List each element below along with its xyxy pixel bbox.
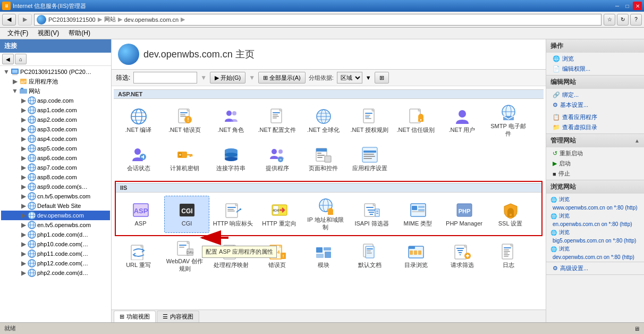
right-action-start[interactable]: ▶ 启动 [546,158,644,169]
start-button[interactable]: ▶ 开始(G) [210,72,245,84]
tree-item-asp8-code-com[interactable]: ▶asp8.code.com [1,172,110,182]
tree-item-en-tv5-openwbs-com[interactable]: ▶en.tv5.openwbs.com [1,220,110,230]
icon-cgi[interactable]: CGI CGI [164,196,209,233]
right-link-view-app[interactable]: 📋 查看应用程序 [546,112,644,122]
icon-net-auth[interactable]: .NET 授权规则 [347,102,392,139]
forward-button[interactable]: ▶ [18,14,32,26]
tree-item-asp2-code-com[interactable]: ▶asp2.code.com [1,115,110,124]
close-button[interactable]: ✕ [633,2,642,10]
right-link-edit-perm[interactable]: 📄 编辑权限... [546,64,644,74]
icon-net-user[interactable]: .NET 用户 [439,102,485,139]
icon-conn-str[interactable]: 连接字符串 [208,140,253,178]
icon-webdav[interactable]: DAV WebDAV 创作规则 [162,237,207,274]
icon-label: MIME 类型 [404,220,433,227]
icon-providers[interactable]: + 提供程序 [255,140,300,178]
icon-default-doc[interactable]: 默认文档 [347,237,392,274]
right-link-basic-settings[interactable]: ⚙ 基本设置... [546,100,644,110]
icon-mime[interactable]: MIME 类型 [395,196,440,233]
tree-item-cn-tv5-openwbs-com[interactable]: ▶cn.tv5.openwbs.com [1,191,110,201]
minimize-button[interactable]: ─ [613,2,622,10]
right-link-bind[interactable]: 🔗 绑定... [546,90,644,100]
tree-item-php12-code-com(…[interactable]: ▶php12.code.com(… [1,258,110,268]
svg-rect-82 [273,116,279,117]
tree-item-asp7-code-com[interactable]: ▶asp7.code.com [1,163,110,172]
group-select[interactable]: 区域 [337,72,362,84]
sidebar-home-button[interactable]: ⌂ [15,54,27,64]
tree-item-asp9-code-com(s…[interactable]: ▶asp9.code.com(s… [1,182,110,191]
right-action-restart[interactable]: ↺ 重新启动 [546,148,644,158]
icon-http-redirect[interactable]: 404 HTTP 重定向 [257,196,302,233]
right-link-advanced[interactable]: ⚙ 高级设置... [546,263,644,273]
right-action-stop[interactable]: ■ 停止 [546,169,644,179]
tree-item-php1-code-com(d…[interactable]: ▶php1.code.com(d… [1,230,110,239]
icon-modules[interactable]: 模块 [301,237,346,274]
icon-app-settings[interactable]: 应用程序设置 [347,140,392,178]
icon-net-trust[interactable]: .NET 信任级别 [393,102,438,139]
tree-item-php10-code-com(…[interactable]: ▶php10.code.com(… [1,239,110,249]
menu-help[interactable]: 帮助(H) [64,28,95,39]
right-link-browse-dev[interactable]: 🌐 浏览 [546,244,644,254]
tab-feature-view[interactable]: ⊞ 功能视图 [114,311,156,322]
icon-machine-key[interactable]: 计算机密钥 [162,140,207,178]
icon-ip-domain[interactable]: IP 地址和域限制 [303,196,348,233]
icon-asp[interactable]: ASP ASP [118,196,163,233]
address-field[interactable]: PC201309121500 ▶ 网站 ▶ dev.openwbs.com.cn… [34,14,601,26]
icon-http-response[interactable]: HTTP 响应标头 [210,196,256,233]
icon-net-global[interactable]: .NET 全球化 [301,102,346,139]
maximize-button[interactable]: □ [623,2,632,10]
browse-url-dev[interactable]: dev.openwbs.com.cn on *:80 (http) [546,254,644,261]
icon-net-role[interactable]: .NET 角色 [208,102,253,139]
tree-item-asp5-code-com[interactable]: ▶asp5.code.com [1,144,110,153]
right-link-browse-big5[interactable]: 🌐 浏览 [546,228,644,237]
menu-file[interactable]: 文件(F) [3,28,32,39]
right-section-header-manage-site[interactable]: 管理网站 ▲ [546,134,644,147]
tree-item-asp6-code-com[interactable]: ▶asp6.code.com [1,153,110,163]
right-link-view-vdir[interactable]: 📁 查看虚拟目录 [546,122,644,132]
view-toggle-button[interactable]: ⊞ [375,72,389,84]
back-button[interactable]: ◀ [2,14,16,26]
tree-item-asp-code-com[interactable]: ▶asp.code.com [1,96,110,105]
help-button[interactable]: ? [630,14,642,26]
tree-item-asp1-code-com[interactable]: ▶asp1.code.com [1,105,110,115]
tree-item-dev-openwbs-com[interactable]: ▶dev.openwbs.com [1,211,110,220]
icon-ssl[interactable]: SSL 设置 [488,196,533,233]
icon-request-filter[interactable]: 请求筛选 [439,237,485,274]
tree-item-php2-code-com(d…[interactable]: ▶php2.code.com(d… [1,268,110,278]
browse-url-en[interactable]: en.openwbs.com.cn on *:80 (http) [546,221,644,228]
tree-item-Default Web Site[interactable]: ▶Default Web Site [1,201,110,211]
right-link-browse-www[interactable]: 🌐 浏览 [546,195,644,204]
svg-rect-156 [412,206,417,210]
tree-item-apppool[interactable]: ▶ AP 应用程序池 [1,77,110,86]
browse-url-big5[interactable]: big5.openwbs.com.cn on *:80 (http) [546,237,644,244]
tree-item-asp4-code-com[interactable]: ▶asp4.code.com [1,134,110,144]
right-link-browse[interactable]: 🌐 浏览 [546,54,644,64]
menu-view[interactable]: 视图(V) [33,28,63,39]
tree-item-php11-code-com(…[interactable]: ▶php11.code.com(… [1,249,110,258]
icon-isapi-filter[interactable]: ISAPI 筛选器 [349,196,394,233]
icon-error-pages[interactable]: 404! 错误页 [255,237,300,274]
bottom-tabs: ⊞ 功能视图 ☰ 内容视图 [112,310,546,322]
refresh-addr-button[interactable]: ↻ [617,14,629,26]
svg-rect-6 [21,88,23,89]
icon-dir-browse[interactable]: 目录浏览 [393,237,438,274]
tree-item-asp3-code-com[interactable]: ▶asp3.code.com [1,124,110,134]
tab-content-view[interactable]: ☰ 内容视图 [157,311,199,322]
right-link-browse-en[interactable]: 🌐 浏览 [546,211,644,221]
show-all-button[interactable]: ⊞ 全部显示(A) [258,72,306,84]
icon-net-compile[interactable]: .NET 编译 [116,102,161,139]
icon-log[interactable]: 日志 [486,237,531,274]
tree-item-server[interactable]: ▼ PC201309121500 (PC20… [1,67,110,77]
icon-handler[interactable]: 处理程序映射 [208,237,253,274]
icon-php-manager[interactable]: PHP PHP Manager [442,196,487,233]
tree-item-sites[interactable]: ▼ 网站 [1,86,110,96]
browse-url-www[interactable]: www.openwbs.com.cn on *:80 (http) [546,204,644,211]
icon-net-error[interactable]: ! .NET 错误页 [162,102,207,139]
icon-net-config[interactable]: .NET 配置文件 [255,102,300,139]
icon-session[interactable]: 会话状态 [116,140,161,178]
filter-input[interactable] [133,72,197,84]
icon-smtp[interactable]: SMTP 电子邮件 [486,102,531,139]
star-button[interactable]: ☆ [604,14,615,26]
icon-url-rewrite[interactable]: URL 重写 [116,237,161,274]
icon-pages-controls[interactable]: 页面和控件 [301,140,346,178]
sidebar-back-button[interactable]: ◀ [2,54,14,64]
